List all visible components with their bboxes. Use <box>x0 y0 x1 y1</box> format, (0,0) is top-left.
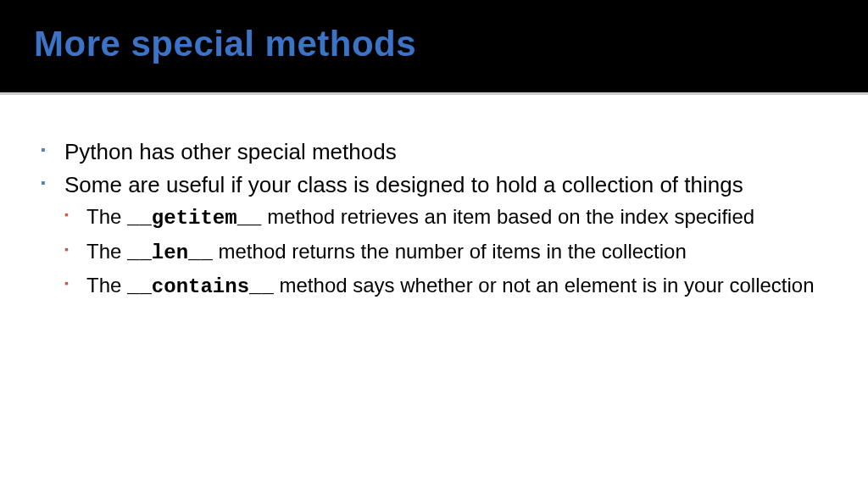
code-method: __len__ <box>127 241 213 264</box>
list-item: The __len__ method returns the number of… <box>64 238 827 267</box>
text-suffix: method says whether or not an element is… <box>274 274 815 297</box>
slide-title: More special methods <box>34 24 834 64</box>
list-item: The __getitem__ method retrieves an item… <box>64 203 827 232</box>
list-item: Python has other special methods <box>41 137 827 167</box>
slide-header: More special methods <box>0 0 868 95</box>
bullet-text: Python has other special methods <box>64 139 397 164</box>
text-prefix: The <box>86 240 127 263</box>
text-prefix: The <box>86 274 127 297</box>
code-method: __getitem__ <box>127 207 261 230</box>
text-suffix: method returns the number of items in th… <box>213 240 687 263</box>
text-prefix: The <box>86 205 127 228</box>
slide-content: Python has other special methods Some ar… <box>0 95 868 301</box>
bullet-text: Some are useful if your class is designe… <box>64 172 743 197</box>
text-suffix: method retrieves an item based on the in… <box>261 205 754 228</box>
list-item: Some are useful if your class is designe… <box>41 170 827 301</box>
list-item: The __contains__ method says whether or … <box>64 272 827 301</box>
sub-bullet-list: The __getitem__ method retrieves an item… <box>64 203 827 301</box>
code-method: __contains__ <box>127 275 274 298</box>
bullet-list: Python has other special methods Some ar… <box>41 137 827 301</box>
